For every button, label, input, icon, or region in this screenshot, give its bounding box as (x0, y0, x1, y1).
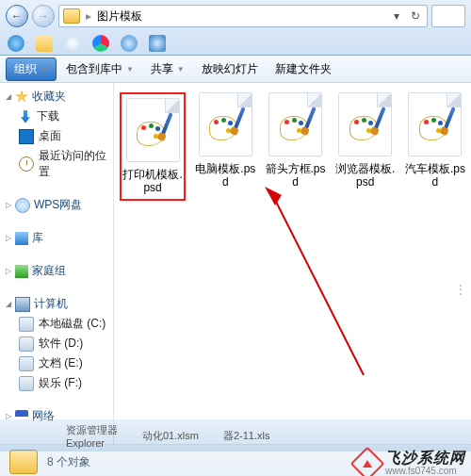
expand-icon: ▷ (6, 234, 11, 242)
brand-logo-icon (350, 447, 385, 476)
nav-forward-button[interactable]: → (32, 5, 55, 27)
folder-icon (63, 8, 80, 24)
svg-marker-1 (265, 187, 282, 205)
sidebar-item-label: 下载 (37, 108, 59, 124)
app-launch-row (0, 30, 471, 57)
library-label: 库 (32, 230, 43, 246)
svg-line-0 (272, 194, 364, 375)
file-thumbnail (338, 92, 392, 156)
chevron-right-icon: ▸ (86, 9, 91, 23)
slideshow-button[interactable]: 放映幻灯片 (194, 58, 266, 80)
drive-icon (19, 317, 34, 332)
file-item[interactable]: 浏览器模板.psd (335, 92, 396, 189)
annotation-arrow (265, 187, 378, 385)
computer-icon (15, 297, 30, 312)
sidebar-item-drive-f[interactable]: 娱乐 (F:) (6, 373, 111, 393)
file-name-label: 浏览器模板.psd (335, 162, 396, 189)
sidebar-item-downloads[interactable]: 下载 (6, 107, 111, 126)
homegroup-label: 家庭组 (32, 263, 66, 279)
file-thumbnail (199, 92, 252, 156)
clock-icon (19, 156, 34, 172)
sidebar-group-favorites[interactable]: ◢ 收藏夹 (6, 87, 111, 107)
collapse-icon: ◢ (6, 92, 11, 101)
sidebar-item-recent[interactable]: 最近访问的位置 (6, 146, 111, 182)
scrollbar-hint-icon: ⋮ (454, 282, 467, 297)
watermark: 飞沙系统网 www.fs0745.com (355, 451, 465, 476)
sidebar-item-label: 本地磁盘 (C:) (39, 316, 106, 332)
file-item[interactable]: 电脑模板.psd (195, 92, 255, 189)
nav-back-button[interactable]: ← (6, 5, 28, 27)
paint-icon (349, 108, 382, 140)
library-icon (15, 232, 28, 245)
file-pane[interactable]: 打印机模板.psd电脑模板.psd箭头方框.psd浏览器模板.psd汽车模板.p… (114, 83, 471, 444)
brand-url: www.fs0745.com (385, 467, 465, 476)
sidebar-item-label: 文档 (E:) (39, 355, 83, 371)
file-item[interactable]: 箭头方框.psd (265, 92, 325, 189)
sidebar-item-label: 最近访问的位置 (39, 148, 111, 180)
expand-icon: ▷ (6, 267, 11, 275)
chevron-down-icon: ▼ (126, 65, 134, 74)
paint-icon (137, 114, 169, 146)
chevron-down-icon[interactable]: ▾ (391, 9, 402, 23)
new-folder-button[interactable]: 新建文件夹 (268, 58, 339, 80)
star-icon (15, 90, 28, 104)
slideshow-label: 放映幻灯片 (202, 61, 258, 77)
drive-icon (19, 376, 34, 391)
explorer-toolbar: 组织 ▼ 包含到库中 ▼ 共享 ▼ 放映幻灯片 新建文件夹 (0, 56, 471, 83)
window-titlebar: ← → ▸ 图片模板 ▾ ↻ (0, 0, 471, 56)
app-icon[interactable] (64, 35, 81, 52)
nav-sidebar: ◢ 收藏夹 下载 桌面 最近访问的位置 ▷ WPS网盘 ▷ 库 (0, 83, 114, 444)
paint-icon (419, 108, 451, 140)
desktop-icon (19, 129, 34, 144)
paint-icon (209, 108, 241, 140)
include-in-library-button[interactable]: 包含到库中 ▼ (58, 58, 141, 80)
search-input[interactable] (431, 5, 465, 27)
file-name-label: 箭头方框.psd (265, 162, 325, 189)
app-icon[interactable] (36, 35, 53, 52)
download-icon (19, 110, 32, 123)
sidebar-group-wps[interactable]: ▷ WPS网盘 (6, 195, 111, 215)
folder-icon (9, 450, 38, 474)
taskbar-item: 资源管理器 Explorer (66, 423, 118, 449)
refresh-icon[interactable]: ↻ (408, 9, 423, 23)
file-name-label: 电脑模板.psd (195, 162, 255, 189)
sidebar-item-label: 娱乐 (F:) (39, 375, 82, 391)
organize-label: 组织 (14, 61, 37, 77)
address-bar[interactable]: ▸ 图片模板 ▾ ↻ (58, 5, 428, 27)
sidebar-item-drive-d[interactable]: 软件 (D:) (6, 334, 111, 353)
drive-icon (19, 336, 34, 352)
sidebar-item-drive-e[interactable]: 文档 (E:) (6, 353, 111, 373)
sidebar-item-desktop[interactable]: 桌面 (6, 126, 111, 146)
newfolder-label: 新建文件夹 (275, 61, 332, 77)
organize-button[interactable]: 组织 ▼ (6, 57, 57, 81)
file-thumbnail (408, 92, 462, 156)
drive-icon (19, 356, 34, 371)
file-item[interactable]: 打印机模板.psd (120, 92, 186, 201)
sidebar-item-label: 桌面 (39, 128, 61, 144)
favorites-label: 收藏夹 (32, 89, 66, 105)
app-icon[interactable] (8, 35, 24, 52)
chevron-down-icon: ▼ (41, 65, 48, 74)
include-label: 包含到库中 (66, 61, 122, 77)
app-icon[interactable] (92, 35, 109, 52)
brand-name: 飞沙系统网 (385, 451, 465, 467)
app-icon[interactable] (149, 35, 166, 52)
status-count: 8 个对象 (47, 454, 90, 470)
share-button[interactable]: 共享 ▼ (143, 58, 192, 80)
sidebar-item-drive-c[interactable]: 本地磁盘 (C:) (6, 314, 111, 334)
app-icon[interactable] (121, 35, 138, 52)
expand-icon: ▷ (6, 201, 11, 209)
chevron-down-icon: ▼ (177, 65, 185, 74)
sidebar-group-libraries[interactable]: ▷ 库 (6, 228, 111, 248)
collapse-icon: ◢ (6, 300, 11, 308)
computer-label: 计算机 (34, 296, 68, 312)
cloud-icon (15, 198, 30, 213)
sidebar-group-homegroup[interactable]: ▷ 家庭组 (6, 261, 111, 281)
file-name-label: 打印机模板.psd (122, 168, 183, 195)
file-item[interactable]: 汽车模板.psd (405, 92, 465, 189)
breadcrumb-folder[interactable]: 图片模板 (97, 8, 142, 25)
sidebar-group-computer[interactable]: ◢ 计算机 (6, 294, 111, 314)
wps-label: WPS网盘 (34, 197, 82, 213)
paint-icon (280, 108, 312, 140)
homegroup-icon (15, 265, 28, 278)
